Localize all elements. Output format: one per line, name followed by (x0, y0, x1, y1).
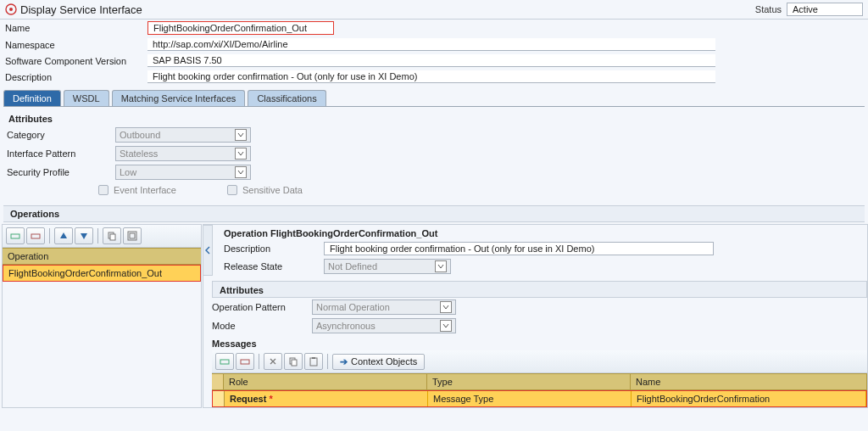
release-state-value: Not Defined (328, 261, 377, 271)
operation-row[interactable]: FlightBookingOrderConfirmation_Out (3, 265, 201, 282)
toolbar-divider (97, 228, 98, 243)
status-label: Status (755, 4, 782, 14)
expand-button[interactable] (123, 227, 142, 244)
tab-matching[interactable]: Matching Service Interfaces (112, 90, 246, 106)
message-row[interactable]: Request * Message Type FlightBookingOrde… (212, 390, 867, 407)
col-type[interactable]: Type (427, 374, 631, 389)
category-value: Outbound (120, 130, 160, 140)
status-value: Active (787, 3, 863, 16)
copy-button[interactable] (284, 353, 303, 370)
svg-rect-4 (108, 232, 114, 238)
dropdown-icon (440, 320, 452, 332)
tab-classifications[interactable]: Classifications (248, 90, 326, 106)
sensitive-data-checkbox[interactable]: Sensitive Data (227, 185, 303, 195)
toolbar-divider (49, 228, 50, 243)
svg-rect-10 (290, 358, 295, 364)
attributes-title: Attributes (7, 110, 861, 126)
mode-label: Mode (212, 321, 312, 331)
operations-toolbar (3, 225, 201, 248)
delete-row-button[interactable] (26, 227, 45, 244)
dropdown-icon (235, 166, 247, 178)
security-value: Low (120, 167, 136, 177)
svg-rect-13 (312, 357, 315, 359)
operation-detail-title: Operation FlightBookingOrderConfirmation… (215, 225, 867, 240)
category-select[interactable]: Outbound (115, 127, 251, 143)
scv-field: SAP BASIS 7.50 (147, 54, 715, 67)
msg-role-value: Request (230, 394, 266, 404)
op-description-label: Description (224, 243, 324, 254)
page-title: Display Service Interface (20, 3, 755, 16)
namespace-label: Namespace (5, 40, 147, 50)
pattern-value: Stateless (120, 148, 158, 159)
svg-rect-9 (241, 360, 249, 364)
tab-wsdl[interactable]: WSDL (64, 90, 109, 106)
tab-definition[interactable]: Definition (3, 90, 61, 106)
row-handle[interactable] (213, 391, 225, 406)
context-objects-label: Context Objects (351, 356, 417, 367)
dropdown-icon (435, 260, 447, 272)
move-up-button[interactable] (54, 227, 73, 244)
dropdown-icon (235, 129, 247, 141)
delete-message-button[interactable] (236, 353, 254, 370)
col-role[interactable]: Role (224, 374, 427, 389)
context-objects-button[interactable]: ➔ Context Objects (332, 354, 425, 370)
security-label: Security Profile (7, 167, 115, 177)
release-state-label: Release State (224, 261, 324, 271)
category-label: Category (7, 130, 115, 140)
svg-rect-7 (130, 233, 135, 238)
sensitive-data-label: Sensitive Data (242, 185, 303, 195)
checkbox-icon (98, 185, 108, 195)
col-name[interactable]: Name (631, 374, 867, 389)
mode-select[interactable]: Asynchronous (312, 318, 456, 333)
scv-label: Software Component Version (5, 56, 147, 66)
app-icon (5, 3, 17, 15)
op-pattern-select[interactable]: Normal Operation (312, 299, 456, 315)
description-label: Description (5, 72, 147, 82)
msg-type-value: Message Type (428, 391, 632, 406)
svg-rect-2 (11, 234, 19, 238)
op-pattern-value: Normal Operation (316, 302, 390, 312)
op-description-field: Flight booking order confirmation - Out … (324, 242, 714, 255)
msg-name-value: FlightBookingOrderConfirmation (632, 391, 866, 406)
messages-toolbar: ➔ Context Objects (212, 350, 867, 373)
svg-rect-5 (110, 234, 115, 240)
paste-button[interactable] (304, 353, 323, 370)
row-handle (212, 374, 224, 389)
event-interface-label: Event Interface (114, 185, 176, 195)
svg-rect-12 (310, 358, 317, 366)
name-field: FlightBookingOrderConfirmation_Out (147, 21, 334, 35)
svg-rect-6 (128, 232, 136, 240)
dropdown-icon (440, 301, 452, 313)
security-select[interactable]: Low (115, 165, 251, 180)
name-label: Name (5, 23, 147, 33)
toolbar-divider (327, 354, 328, 369)
checkbox-icon (227, 185, 237, 195)
svg-rect-11 (292, 360, 297, 366)
operation-column-header[interactable]: Operation (3, 248, 201, 265)
messages-header-row: Role Type Name (212, 373, 867, 390)
pattern-label: Interface Pattern (7, 148, 115, 159)
mode-value: Asynchronous (316, 321, 376, 331)
cut-button[interactable] (264, 353, 282, 370)
copy-button[interactable] (103, 227, 121, 244)
dropdown-icon (235, 148, 247, 160)
messages-title: Messages (203, 335, 867, 350)
svg-rect-8 (220, 360, 229, 364)
svg-point-1 (9, 8, 13, 11)
arrow-right-icon: ➔ (340, 356, 348, 367)
pattern-select[interactable]: Stateless (115, 146, 251, 161)
collapse-pane-button[interactable] (203, 225, 213, 276)
toolbar-divider (259, 354, 259, 369)
move-down-button[interactable] (75, 227, 93, 244)
release-state-select[interactable]: Not Defined (324, 259, 451, 274)
required-icon: * (269, 394, 272, 404)
operations-title: Operations (3, 205, 865, 222)
add-row-button[interactable] (6, 227, 25, 244)
event-interface-checkbox[interactable]: Event Interface (98, 185, 176, 195)
namespace-field: http://sap.com/xi/XI/Demo/Airline (147, 38, 715, 51)
add-message-button[interactable] (215, 353, 234, 370)
description-field: Flight booking order confirmation - Out … (147, 70, 715, 83)
svg-rect-3 (31, 234, 40, 238)
op-attributes-title: Attributes (212, 281, 867, 298)
op-pattern-label: Operation Pattern (212, 302, 312, 312)
